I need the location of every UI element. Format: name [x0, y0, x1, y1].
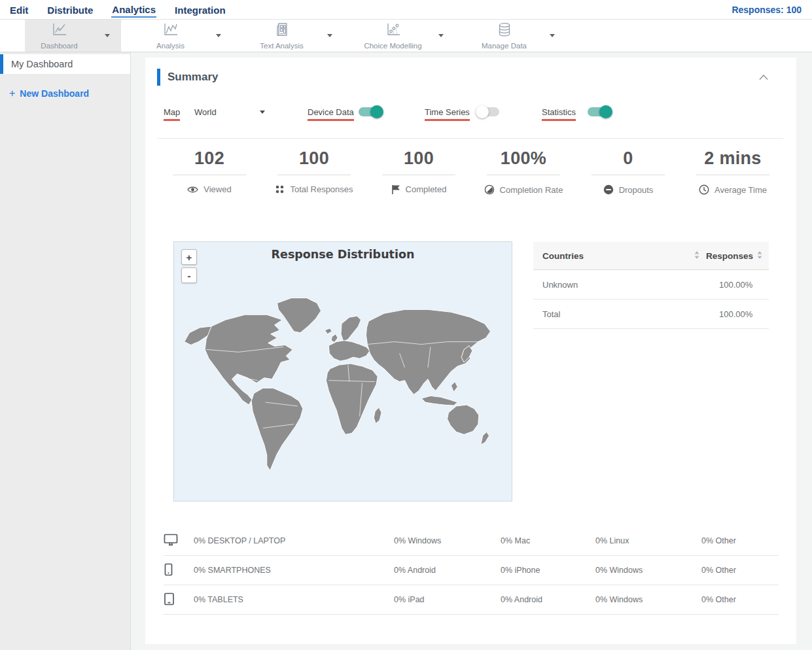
map-region-scandinavia: [341, 316, 361, 341]
stat-label: Average Time: [715, 185, 767, 195]
device-data-tab[interactable]: Device Data: [308, 107, 354, 121]
stat-average-time: 2 mins Average Time: [680, 148, 785, 195]
map-region-europe: [328, 341, 370, 362]
countries-table-header: Countries Responses: [533, 242, 769, 270]
responses-column-header[interactable]: Responses: [706, 251, 753, 261]
map-region-africa: [326, 364, 378, 434]
country-responses: 100.00%: [719, 309, 769, 319]
map-region-australia: [448, 405, 479, 434]
my-dashboard-label: My Dashboard: [11, 59, 73, 69]
tablet-icon: [164, 592, 194, 607]
stats-row: 102 Viewed 100 Total Responses 100 Compl…: [157, 148, 785, 195]
statistics-toggle[interactable]: [588, 105, 612, 118]
map-region-new-zealand: [481, 432, 489, 445]
device-data-toggle[interactable]: [359, 105, 383, 118]
toolbar-text-analysis[interactable]: Text Analysis: [247, 20, 344, 52]
map-region-select[interactable]: World: [194, 107, 265, 117]
device-stat: 0% Other: [701, 595, 779, 604]
response-map-card: Response Distribution + -: [173, 241, 512, 502]
map-region-madagascar: [374, 407, 381, 424]
sort-icon[interactable]: [757, 251, 762, 261]
stat-total-responses: 100 Total Responses: [262, 148, 366, 195]
stat-label: Completion Rate: [500, 185, 563, 195]
countries-table: Countries Responses Unknown 100.00% Tota…: [533, 242, 769, 329]
desktop-icon: [164, 534, 194, 548]
map-zoom-out-button[interactable]: -: [181, 267, 197, 283]
stat-completion-rate: 100% Completion Rate: [471, 148, 576, 195]
world-map[interactable]: [174, 282, 512, 495]
analysis-menu-button[interactable]: [205, 20, 232, 52]
stat-label: Total Responses: [290, 184, 353, 194]
toolbar-manage-data-label: Manage Data: [482, 42, 527, 50]
time-series-tab[interactable]: Time Series: [425, 107, 470, 121]
map-region-south-america: [251, 388, 303, 471]
time-series-toggle[interactable]: [476, 105, 501, 118]
dots-grid-icon: [275, 184, 285, 194]
device-stat: 0% iPad: [394, 595, 501, 604]
statistics-tab[interactable]: Statistics: [542, 107, 576, 121]
toolbar-manage-data[interactable]: Manage Data: [470, 20, 566, 52]
plus-icon: +: [9, 88, 15, 99]
country-responses: 100.00%: [719, 280, 769, 290]
device-stat: 0% Android: [501, 595, 595, 604]
sort-icon[interactable]: [694, 251, 699, 261]
collapse-summary-button[interactable]: [758, 74, 769, 80]
table-row-smartphones: 0% SMARTPHONES 0% Android 0% iPhone 0% W…: [164, 556, 779, 585]
stat-value: 2 mins: [704, 148, 761, 169]
text-analysis-menu-button[interactable]: [316, 20, 344, 52]
toolbar-text-analysis-label: Text Analysis: [260, 42, 303, 50]
table-row: Total 100.00%: [533, 299, 769, 329]
device-category-label: 0% TABLETS: [194, 595, 394, 604]
divider: [173, 175, 246, 175]
toolbar-choice-modelling-label: Choice Modelling: [364, 42, 421, 50]
stat-dropouts: 0 Dropouts: [576, 148, 680, 195]
divider: [157, 138, 783, 139]
device-stat: 0% Mac: [501, 536, 595, 545]
toolbar-analysis[interactable]: Analysis: [136, 20, 232, 52]
map-zoom-in-button[interactable]: +: [181, 249, 197, 265]
summary-header: Summary: [157, 69, 218, 86]
accent-bar: [157, 69, 160, 86]
smartphone-icon: [164, 563, 194, 578]
flag-icon: [391, 184, 400, 194]
divider: [487, 175, 560, 175]
stat-completed: 100 Completed: [366, 148, 471, 195]
summary-panel: Summary Map World Device Data Time Serie…: [145, 58, 796, 644]
nav-item-distribute[interactable]: Distribute: [46, 2, 94, 17]
dashboard-chart-icon: [51, 22, 68, 40]
stat-value: 100%: [501, 148, 546, 169]
manage-data-menu-button[interactable]: [538, 20, 566, 52]
nav-item-analytics[interactable]: Analytics: [111, 1, 156, 18]
countries-column-header[interactable]: Countries: [542, 251, 584, 261]
summary-controls: Map World Device Data Time Series Statis…: [145, 102, 796, 128]
stat-value: 100: [404, 148, 434, 169]
summary-title: Summary: [168, 71, 218, 84]
map-region-greenland: [277, 298, 321, 333]
chevron-down-icon: [105, 34, 110, 37]
nav-item-integration[interactable]: Integration: [174, 2, 226, 17]
table-row-tablets: 0% TABLETS 0% iPad 0% Android 0% Windows…: [164, 585, 779, 615]
device-stat: 0% iPhone: [501, 566, 595, 575]
analytics-toolbar: Dashboard Analysis Text Analysis Choice …: [0, 20, 812, 52]
toolbar-choice-modelling[interactable]: Choice Modelling: [359, 20, 455, 52]
toolbar-analysis-label: Analysis: [156, 42, 185, 50]
dashboard-menu-button[interactable]: [94, 20, 121, 52]
country-name: Unknown: [542, 280, 578, 290]
nav-item-edit[interactable]: Edit: [9, 2, 29, 17]
top-nav: Edit Distribute Analytics Integration Re…: [0, 0, 812, 20]
choice-modelling-menu-button[interactable]: [427, 20, 455, 52]
chevron-down-icon: [260, 111, 265, 114]
stat-value: 0: [623, 148, 633, 169]
map-tab[interactable]: Map: [164, 107, 180, 121]
chevron-down-icon: [327, 34, 332, 37]
eye-icon: [187, 186, 198, 194]
sidebar-item-my-dashboard[interactable]: My Dashboard: [0, 54, 130, 74]
minus-circle-icon: [603, 184, 614, 195]
chevron-down-icon: [550, 34, 555, 37]
responses-count[interactable]: Responses: 100: [732, 5, 802, 15]
toolbar-dashboard[interactable]: Dashboard: [25, 20, 121, 52]
device-stat: 0% Other: [701, 566, 779, 575]
new-dashboard-button[interactable]: + New Dashboard: [9, 88, 130, 99]
divider: [277, 175, 351, 175]
stat-label: Viewed: [203, 184, 231, 194]
